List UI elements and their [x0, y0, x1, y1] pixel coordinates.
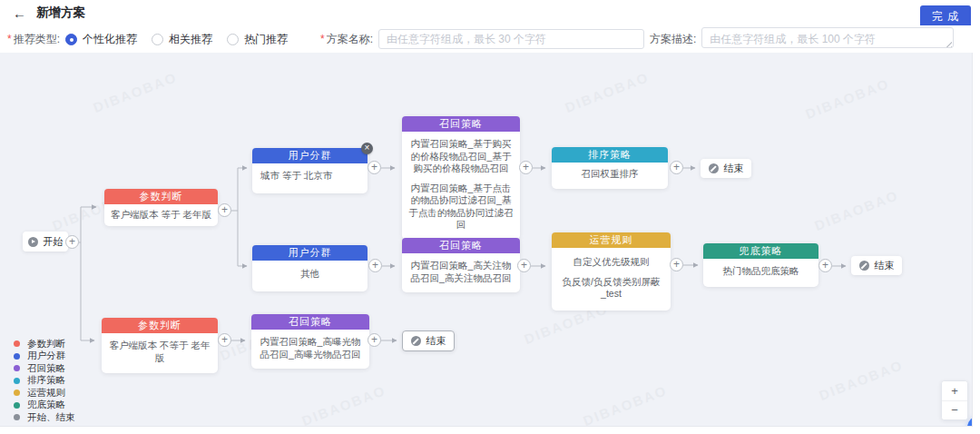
legend-item: 开始、结束: [14, 411, 75, 424]
legend-item: 用户分群: [14, 350, 75, 363]
end-node-3[interactable]: 结束: [402, 330, 455, 351]
form-bar: *推荐类型: 个性化推荐 相关推荐 热门推荐 *方案名称: 方案描述:: [0, 25, 980, 53]
node-condition: 城市 等于 北京市: [260, 170, 362, 182]
node-header: 排序策略: [552, 147, 668, 163]
plan-name-group: *方案名称:: [320, 25, 644, 53]
node-body: 自定义优先级规则 负反馈/负反馈类别屏蔽_test: [552, 248, 671, 311]
end-node-2[interactable]: 结束: [851, 256, 902, 275]
legend-label: 排序策略: [27, 374, 65, 387]
add-node-button[interactable]: +: [670, 161, 683, 174]
node-body: 召回权重排序: [552, 163, 668, 189]
legend-label: 召回策略: [27, 362, 65, 375]
legend-item: 参数判断: [14, 338, 75, 350]
plan-desc-label: 方案描述:: [650, 32, 696, 47]
node-condition: 其他: [258, 268, 362, 281]
plan-name-label: *方案名称:: [320, 32, 373, 47]
node-header: 用户分群: [252, 245, 368, 261]
add-node-button[interactable]: +: [218, 333, 231, 347]
radio-label[interactable]: 个性化推荐: [83, 32, 137, 47]
node-ops-rule[interactable]: 运营规则 自定义优先级规则 负反馈/负反馈类别屏蔽_test: [552, 232, 671, 311]
node-body: 热门物品兜底策略: [703, 259, 818, 287]
add-node-button[interactable]: +: [218, 203, 231, 217]
radio-unselected-icon[interactable]: [227, 34, 239, 45]
legend-label: 兜底策略: [27, 399, 65, 411]
start-node[interactable]: 开始: [23, 232, 68, 252]
add-node-button[interactable]: +: [818, 259, 832, 272]
node-user-segment-2[interactable]: 用户分群 其他: [252, 245, 368, 291]
add-node-button[interactable]: +: [519, 161, 533, 174]
legend-dot: [14, 340, 20, 347]
node-header: 召回策略: [402, 238, 520, 253]
node-recall-1[interactable]: 召回策略 内置召回策略_基于购买的价格段物品召回_基于购买的价格段物品召回 内置…: [402, 116, 520, 240]
node-body: 内置召回策略_高曝光物品召回_高曝光物品召回: [251, 330, 369, 369]
node-header: 召回策略: [402, 116, 520, 132]
add-node-button[interactable]: +: [368, 333, 381, 347]
delete-node-button[interactable]: ×: [361, 143, 373, 154]
node-strategy: 内置召回策略_基于点击的物品协同过滤召回_基于点击的物品协同过滤召回: [407, 182, 514, 232]
radio-personalized[interactable]: 个性化推荐: [65, 32, 137, 47]
node-strategy: 内置召回策略_基于购买的价格段物品召回_基于购买的价格段物品召回: [407, 138, 514, 175]
add-node-button[interactable]: +: [65, 235, 79, 249]
radio-related[interactable]: 相关推荐: [152, 32, 212, 47]
legend-dot: [14, 378, 20, 384]
node-strategy: 召回权重排序: [557, 168, 662, 181]
node-body: 城市 等于 北京市: [252, 163, 368, 193]
node-strategy: 内置召回策略_高关注物品召回_高关注物品召回: [407, 260, 514, 284]
end-node-label: 结束: [875, 259, 895, 272]
radio-selected-icon[interactable]: [65, 34, 77, 45]
zoom-in-button[interactable]: +: [942, 381, 967, 400]
radio-label[interactable]: 热门推荐: [244, 32, 288, 47]
radio-hot[interactable]: 热门推荐: [227, 32, 288, 47]
legend-item: 召回策略: [14, 362, 75, 375]
node-param-judge-1[interactable]: 参数判断 客户端版本 等于 老年版: [104, 189, 218, 226]
legend-label: 运营规则: [27, 387, 65, 399]
legend-item: 兜底策略: [14, 399, 75, 412]
play-icon: [28, 237, 38, 247]
legend-label: 参数判断: [27, 338, 65, 350]
recommend-type-group: *推荐类型: 个性化推荐 相关推荐 热门推荐: [7, 25, 302, 53]
add-node-button[interactable]: +: [517, 259, 531, 272]
stop-icon: [709, 163, 719, 173]
legend-item: 排序策略: [14, 375, 75, 388]
node-fallback-strategy[interactable]: 兜底策略 热门物品兜底策略: [703, 243, 818, 287]
node-type-legend: 参数判断 用户分群 召回策略 排序策略 运营规则 兜底策略 开始、结束: [14, 338, 75, 424]
required-mark: *: [7, 33, 12, 45]
radio-label[interactable]: 相关推荐: [169, 32, 212, 47]
plan-desc-group: 方案描述:: [650, 25, 954, 53]
legend-dot: [14, 390, 20, 396]
legend-label: 用户分群: [27, 350, 65, 362]
plan-name-input[interactable]: [378, 29, 644, 49]
add-node-button[interactable]: +: [368, 259, 382, 272]
back-icon[interactable]: ←: [13, 6, 26, 20]
legend-dot: [14, 365, 20, 371]
node-user-segment-1[interactable]: × 用户分群 城市 等于 北京市: [252, 148, 368, 193]
end-node-1[interactable]: 结束: [701, 159, 751, 178]
node-sort-strategy[interactable]: 排序策略 召回权重排序: [552, 147, 668, 189]
zoom-out-button[interactable]: −: [942, 400, 967, 419]
node-body: 内置召回策略_高关注物品召回_高关注物品召回: [402, 253, 520, 292]
add-node-button[interactable]: +: [368, 161, 381, 174]
flow-canvas[interactable]: DIBAOBAO DIBAOBAO DIBAOBAO DIBAOBAO DIBA…: [0, 53, 973, 427]
node-recall-2[interactable]: 召回策略 内置召回策略_高关注物品召回_高关注物品召回: [402, 238, 520, 292]
legend-dot: [14, 353, 20, 360]
legend-dot: [14, 414, 20, 420]
node-body: 内置召回策略_基于购买的价格段物品召回_基于购买的价格段物品召回 内置召回策略_…: [402, 132, 520, 240]
plan-name-label-text: 方案名称:: [327, 33, 373, 45]
start-node-label: 开始: [44, 235, 64, 249]
plan-desc-textarea[interactable]: [701, 27, 954, 48]
node-header: 参数判断: [104, 189, 218, 204]
node-recall-3[interactable]: 召回策略 内置召回策略_高曝光物品召回_高曝光物品召回: [251, 314, 369, 369]
new-plan-page: ← 新增方案 完 成 *推荐类型: 个性化推荐 相关推荐 热门推荐 *方案名称:: [0, 0, 980, 434]
recommend-type-label: *推荐类型:: [7, 32, 60, 47]
add-node-button[interactable]: +: [670, 258, 683, 271]
node-body: 客户端版本 等于 老年版: [104, 204, 218, 226]
page-title: 新增方案: [36, 5, 85, 21]
node-header: 用户分群: [252, 148, 368, 163]
plan-desc-wrap: [701, 27, 954, 51]
node-header: 运营规则: [552, 232, 671, 248]
stop-icon: [411, 336, 421, 346]
radio-unselected-icon[interactable]: [152, 34, 163, 45]
node-strategy: 热门物品兜底策略: [709, 265, 813, 278]
node-param-judge-2[interactable]: 参数判断 客户端版本 不等于 老年版: [102, 318, 218, 373]
stop-icon: [859, 261, 869, 271]
